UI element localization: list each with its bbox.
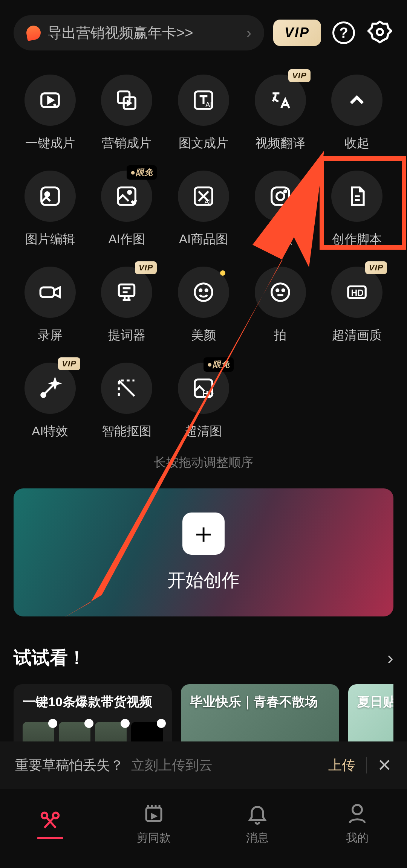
tool-label: 图片编辑 bbox=[25, 231, 75, 248]
hdimg-icon: HD●限免 bbox=[178, 363, 229, 414]
tool-label: 拍摄 bbox=[268, 231, 293, 248]
tool-picedit[interactable]: 图片编辑 bbox=[14, 171, 87, 248]
divider bbox=[366, 757, 367, 773]
settings-button[interactable] bbox=[366, 19, 393, 46]
svg-point-1 bbox=[377, 29, 383, 35]
scissors-icon bbox=[37, 807, 63, 833]
tool-label: 提词器 bbox=[108, 327, 145, 344]
tool-textai[interactable]: AI图文成片 bbox=[167, 75, 240, 152]
svg-point-19 bbox=[200, 289, 202, 291]
textai-icon: AI bbox=[178, 75, 229, 126]
emoji-icon bbox=[255, 267, 306, 318]
close-button[interactable]: ✕ bbox=[377, 755, 392, 775]
svg-point-18 bbox=[195, 284, 213, 301]
tool-fx[interactable]: VIPAI特效 bbox=[14, 363, 87, 440]
svg-point-32 bbox=[352, 805, 362, 814]
tool-label: 超清画质 bbox=[332, 327, 382, 344]
fire-icon bbox=[25, 24, 42, 41]
svg-text:HD: HD bbox=[202, 389, 214, 398]
tool-badge: VIP bbox=[288, 69, 310, 82]
record-icon bbox=[24, 267, 76, 318]
hd-icon: HDVIP bbox=[331, 267, 383, 318]
tool-label: 营销成片 bbox=[102, 135, 151, 152]
tool-label: 录屏 bbox=[38, 327, 63, 344]
try-card-title: 夏日贴纸 bbox=[357, 693, 393, 711]
nav-edit[interactable] bbox=[37, 807, 63, 839]
tool-prompter[interactable]: VIP提词器 bbox=[90, 267, 164, 344]
aiimg-icon: ●限免 bbox=[101, 171, 152, 222]
tool-marketing[interactable]: 营销成片 bbox=[90, 75, 164, 152]
svg-point-26 bbox=[41, 393, 45, 397]
collapse-icon bbox=[331, 75, 383, 126]
svg-rect-7 bbox=[41, 188, 59, 205]
cutout-icon bbox=[101, 363, 152, 414]
aiproduct-icon: AI bbox=[178, 171, 229, 222]
chevron-right-icon: › bbox=[246, 24, 251, 41]
try-section-title: 试试看！ bbox=[14, 646, 86, 670]
onekey-icon bbox=[24, 75, 76, 126]
svg-point-21 bbox=[271, 284, 289, 301]
gear-icon bbox=[367, 20, 392, 46]
bell-icon bbox=[244, 800, 271, 827]
fx-icon: VIP bbox=[24, 363, 76, 414]
nav-templates[interactable]: 剪同款 bbox=[137, 800, 171, 846]
start-create-label: 开始创作 bbox=[167, 568, 240, 592]
picedit-icon bbox=[24, 171, 76, 222]
prompter-icon: VIP bbox=[101, 267, 152, 318]
tool-cutout[interactable]: 智能抠图 bbox=[90, 363, 164, 440]
chevron-right-icon[interactable]: › bbox=[387, 647, 393, 669]
tool-onekey[interactable]: 一键成片 bbox=[14, 75, 87, 152]
svg-point-23 bbox=[282, 289, 284, 291]
sparkle-icon bbox=[220, 270, 225, 276]
tool-badge: VIP bbox=[365, 261, 387, 274]
promo-banner[interactable]: 导出营销视频赢年卡>> › bbox=[14, 15, 264, 50]
help-button[interactable]: ? bbox=[330, 19, 357, 46]
tool-script[interactable]: 创作脚本 bbox=[320, 171, 393, 248]
tool-camera[interactable]: 拍摄 bbox=[244, 171, 317, 248]
try-card-title: 一键10条爆款带货视频 bbox=[23, 693, 163, 711]
cloud-question: 重要草稿怕丢失？ bbox=[15, 756, 124, 775]
svg-point-10 bbox=[128, 191, 131, 194]
svg-text:HD: HD bbox=[351, 288, 364, 298]
svg-point-14 bbox=[276, 192, 284, 200]
tool-label: 创作脚本 bbox=[332, 231, 382, 248]
tool-label: 美颜 bbox=[191, 327, 216, 344]
reorder-hint: 长按拖动调整顺序 bbox=[0, 440, 407, 471]
tool-badge: ●限免 bbox=[204, 357, 234, 372]
plus-icon: ＋ bbox=[182, 513, 225, 555]
nav-profile[interactable]: 我的 bbox=[344, 800, 370, 846]
upload-button[interactable]: 上传 bbox=[328, 756, 355, 775]
cloud-upload-bar: 重要草稿怕丢失？ 立刻上传到云 上传 ✕ bbox=[0, 741, 407, 789]
tool-aiimg[interactable]: ●限免AI作图 bbox=[90, 171, 164, 248]
tool-record[interactable]: 录屏 bbox=[14, 267, 87, 344]
tool-hdimg[interactable]: HD●限免超清图 bbox=[167, 363, 240, 440]
nav-messages[interactable]: 消息 bbox=[244, 800, 271, 846]
tool-label: 图文成片 bbox=[179, 135, 228, 152]
cloud-answer: 立刻上传到云 bbox=[131, 756, 213, 775]
svg-rect-17 bbox=[119, 284, 135, 296]
start-create-banner[interactable]: ＋ 开始创作 bbox=[14, 488, 393, 616]
tool-beauty[interactable]: 美颜 bbox=[167, 267, 240, 344]
tool-label: 视频翻译 bbox=[256, 135, 305, 152]
tool-label: AI商品图 bbox=[179, 231, 228, 248]
profile-icon bbox=[344, 800, 370, 827]
script-icon bbox=[331, 171, 383, 222]
camera-icon bbox=[255, 171, 306, 222]
vip-badge[interactable]: VIP bbox=[273, 20, 321, 46]
tool-hd[interactable]: HDVIP超清画质 bbox=[320, 267, 393, 344]
translate-icon: VIP bbox=[255, 75, 306, 126]
try-card-title: 毕业快乐｜青春不散场 bbox=[190, 693, 330, 711]
svg-point-22 bbox=[276, 289, 278, 291]
tool-collapse[interactable]: 收起 bbox=[320, 75, 393, 152]
tool-badge: VIP bbox=[135, 261, 157, 274]
svg-text:AI: AI bbox=[205, 198, 211, 206]
nav-label: 剪同款 bbox=[137, 830, 171, 846]
tool-emoji[interactable]: 拍 bbox=[244, 267, 317, 344]
tool-label: 一键成片 bbox=[25, 135, 75, 152]
promo-text: 导出营销视频赢年卡>> bbox=[47, 23, 240, 43]
tool-label: 超清图 bbox=[185, 423, 222, 440]
nav-label: 我的 bbox=[346, 830, 369, 846]
tool-aiproduct[interactable]: AIAI商品图 bbox=[167, 171, 240, 248]
tool-label: AI作图 bbox=[109, 231, 145, 248]
tool-translate[interactable]: VIP视频翻译 bbox=[244, 75, 317, 152]
